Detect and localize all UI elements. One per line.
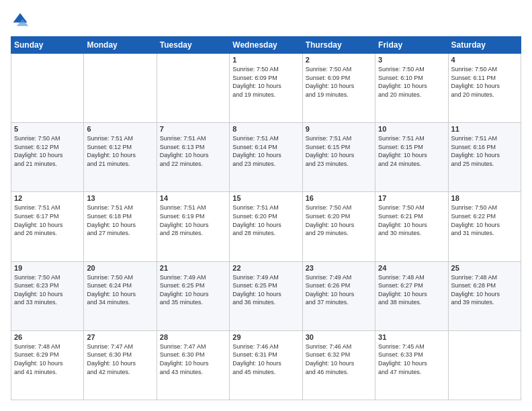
day-number: 27 xyxy=(87,333,153,341)
day-number: 17 xyxy=(378,194,445,202)
day-info: Sunrise: 7:50 AM Sunset: 6:09 PM Dayligh… xyxy=(232,65,299,99)
day-info: Sunrise: 7:51 AM Sunset: 6:18 PM Dayligh… xyxy=(87,203,153,237)
day-number: 4 xyxy=(451,56,518,64)
calendar-cell: 1Sunrise: 7:50 AM Sunset: 6:09 PM Daylig… xyxy=(230,54,302,123)
calendar-cell: 22Sunrise: 7:49 AM Sunset: 6:25 PM Dayli… xyxy=(230,261,302,330)
day-info: Sunrise: 7:51 AM Sunset: 6:19 PM Dayligh… xyxy=(160,203,226,237)
calendar-week-4: 19Sunrise: 7:50 AM Sunset: 6:23 PM Dayli… xyxy=(11,261,521,330)
day-info: Sunrise: 7:47 AM Sunset: 6:30 PM Dayligh… xyxy=(160,342,226,376)
calendar-cell: 7Sunrise: 7:51 AM Sunset: 6:13 PM Daylig… xyxy=(157,123,229,192)
day-number: 6 xyxy=(87,125,153,133)
day-number: 28 xyxy=(160,333,226,341)
day-number: 25 xyxy=(451,264,518,272)
day-info: Sunrise: 7:51 AM Sunset: 6:13 PM Dayligh… xyxy=(160,134,226,168)
day-number: 30 xyxy=(306,333,372,341)
calendar-cell: 24Sunrise: 7:48 AM Sunset: 6:27 PM Dayli… xyxy=(375,261,448,330)
day-number: 2 xyxy=(306,56,372,64)
day-number: 1 xyxy=(232,56,299,64)
calendar-cell: 28Sunrise: 7:47 AM Sunset: 6:30 PM Dayli… xyxy=(157,330,229,400)
day-info: Sunrise: 7:47 AM Sunset: 6:30 PM Dayligh… xyxy=(87,342,153,376)
day-info: Sunrise: 7:51 AM Sunset: 6:15 PM Dayligh… xyxy=(378,134,445,168)
day-number: 10 xyxy=(378,125,445,133)
svg-marker-0 xyxy=(13,13,28,23)
day-info: Sunrise: 7:50 AM Sunset: 6:12 PM Dayligh… xyxy=(14,134,81,168)
day-number: 5 xyxy=(14,125,81,133)
calendar-cell: 21Sunrise: 7:49 AM Sunset: 6:25 PM Dayli… xyxy=(157,261,229,330)
day-number: 19 xyxy=(14,264,81,272)
calendar-week-5: 26Sunrise: 7:48 AM Sunset: 6:29 PM Dayli… xyxy=(11,330,521,400)
day-number: 22 xyxy=(232,264,299,272)
weekday-header-row: SundayMondayTuesdayWednesdayThursdayFrid… xyxy=(11,37,521,54)
calendar-cell: 31Sunrise: 7:45 AM Sunset: 6:33 PM Dayli… xyxy=(375,330,448,400)
calendar-cell: 2Sunrise: 7:50 AM Sunset: 6:09 PM Daylig… xyxy=(302,54,375,123)
calendar-cell: 18Sunrise: 7:50 AM Sunset: 6:22 PM Dayli… xyxy=(448,192,521,261)
logo-icon xyxy=(11,11,30,30)
day-number: 12 xyxy=(14,194,81,202)
day-info: Sunrise: 7:45 AM Sunset: 6:33 PM Dayligh… xyxy=(378,342,445,376)
calendar-cell: 20Sunrise: 7:50 AM Sunset: 6:24 PM Dayli… xyxy=(84,261,157,330)
calendar-week-3: 12Sunrise: 7:51 AM Sunset: 6:17 PM Dayli… xyxy=(11,192,521,261)
day-number: 31 xyxy=(378,333,445,341)
day-info: Sunrise: 7:50 AM Sunset: 6:24 PM Dayligh… xyxy=(87,273,153,307)
day-number: 21 xyxy=(160,264,226,272)
day-number: 23 xyxy=(306,264,372,272)
day-info: Sunrise: 7:50 AM Sunset: 6:21 PM Dayligh… xyxy=(378,203,445,237)
calendar-cell: 17Sunrise: 7:50 AM Sunset: 6:21 PM Dayli… xyxy=(375,192,448,261)
calendar-cell: 12Sunrise: 7:51 AM Sunset: 6:17 PM Dayli… xyxy=(11,192,84,261)
page: SundayMondayTuesdayWednesdayThursdayFrid… xyxy=(0,0,532,411)
calendar-cell: 6Sunrise: 7:51 AM Sunset: 6:12 PM Daylig… xyxy=(84,123,157,192)
day-number: 20 xyxy=(87,264,153,272)
weekday-header-monday: Monday xyxy=(84,37,157,54)
calendar-cell: 23Sunrise: 7:49 AM Sunset: 6:26 PM Dayli… xyxy=(302,261,375,330)
calendar-cell: 30Sunrise: 7:46 AM Sunset: 6:32 PM Dayli… xyxy=(302,330,375,400)
day-info: Sunrise: 7:49 AM Sunset: 6:26 PM Dayligh… xyxy=(306,273,372,307)
day-info: Sunrise: 7:50 AM Sunset: 6:10 PM Dayligh… xyxy=(378,65,445,99)
calendar-cell: 26Sunrise: 7:48 AM Sunset: 6:29 PM Dayli… xyxy=(11,330,84,400)
calendar-body: 1Sunrise: 7:50 AM Sunset: 6:09 PM Daylig… xyxy=(11,54,521,400)
day-info: Sunrise: 7:48 AM Sunset: 6:28 PM Dayligh… xyxy=(451,273,518,307)
day-info: Sunrise: 7:49 AM Sunset: 6:25 PM Dayligh… xyxy=(232,273,299,307)
day-info: Sunrise: 7:51 AM Sunset: 6:16 PM Dayligh… xyxy=(451,134,518,168)
day-info: Sunrise: 7:48 AM Sunset: 6:27 PM Dayligh… xyxy=(378,273,445,307)
calendar-cell: 16Sunrise: 7:50 AM Sunset: 6:20 PM Dayli… xyxy=(302,192,375,261)
day-info: Sunrise: 7:46 AM Sunset: 6:32 PM Dayligh… xyxy=(306,342,372,376)
day-info: Sunrise: 7:48 AM Sunset: 6:29 PM Dayligh… xyxy=(14,342,81,376)
weekday-header-tuesday: Tuesday xyxy=(157,37,229,54)
calendar-cell: 14Sunrise: 7:51 AM Sunset: 6:19 PM Dayli… xyxy=(157,192,229,261)
calendar-week-2: 5Sunrise: 7:50 AM Sunset: 6:12 PM Daylig… xyxy=(11,123,521,192)
day-info: Sunrise: 7:50 AM Sunset: 6:11 PM Dayligh… xyxy=(451,65,518,99)
day-number: 11 xyxy=(451,125,518,133)
day-info: Sunrise: 7:51 AM Sunset: 6:12 PM Dayligh… xyxy=(87,134,153,168)
calendar-cell xyxy=(448,330,521,400)
calendar-cell xyxy=(84,54,157,123)
calendar-cell: 10Sunrise: 7:51 AM Sunset: 6:15 PM Dayli… xyxy=(375,123,448,192)
calendar-cell: 29Sunrise: 7:46 AM Sunset: 6:31 PM Dayli… xyxy=(230,330,302,400)
calendar-week-1: 1Sunrise: 7:50 AM Sunset: 6:09 PM Daylig… xyxy=(11,54,521,123)
calendar-cell: 9Sunrise: 7:51 AM Sunset: 6:15 PM Daylig… xyxy=(302,123,375,192)
calendar-cell: 3Sunrise: 7:50 AM Sunset: 6:10 PM Daylig… xyxy=(375,54,448,123)
calendar-cell: 4Sunrise: 7:50 AM Sunset: 6:11 PM Daylig… xyxy=(448,54,521,123)
weekday-header-friday: Friday xyxy=(375,37,448,54)
day-info: Sunrise: 7:51 AM Sunset: 6:15 PM Dayligh… xyxy=(306,134,372,168)
calendar-cell: 25Sunrise: 7:48 AM Sunset: 6:28 PM Dayli… xyxy=(448,261,521,330)
day-number: 15 xyxy=(232,194,299,202)
day-info: Sunrise: 7:50 AM Sunset: 6:23 PM Dayligh… xyxy=(14,273,81,307)
day-number: 3 xyxy=(378,56,445,64)
day-info: Sunrise: 7:46 AM Sunset: 6:31 PM Dayligh… xyxy=(232,342,299,376)
day-number: 8 xyxy=(232,125,299,133)
calendar-cell xyxy=(11,54,84,123)
day-info: Sunrise: 7:50 AM Sunset: 6:20 PM Dayligh… xyxy=(306,203,372,237)
calendar-cell: 19Sunrise: 7:50 AM Sunset: 6:23 PM Dayli… xyxy=(11,261,84,330)
day-number: 7 xyxy=(160,125,226,133)
calendar-cell: 15Sunrise: 7:51 AM Sunset: 6:20 PM Dayli… xyxy=(230,192,302,261)
day-number: 13 xyxy=(87,194,153,202)
calendar-cell: 5Sunrise: 7:50 AM Sunset: 6:12 PM Daylig… xyxy=(11,123,84,192)
day-number: 16 xyxy=(306,194,372,202)
weekday-header-thursday: Thursday xyxy=(302,37,375,54)
day-info: Sunrise: 7:49 AM Sunset: 6:25 PM Dayligh… xyxy=(160,273,226,307)
day-number: 9 xyxy=(306,125,372,133)
calendar-cell: 11Sunrise: 7:51 AM Sunset: 6:16 PM Dayli… xyxy=(448,123,521,192)
calendar-cell xyxy=(157,54,229,123)
day-number: 18 xyxy=(451,194,518,202)
day-info: Sunrise: 7:50 AM Sunset: 6:22 PM Dayligh… xyxy=(451,203,518,237)
